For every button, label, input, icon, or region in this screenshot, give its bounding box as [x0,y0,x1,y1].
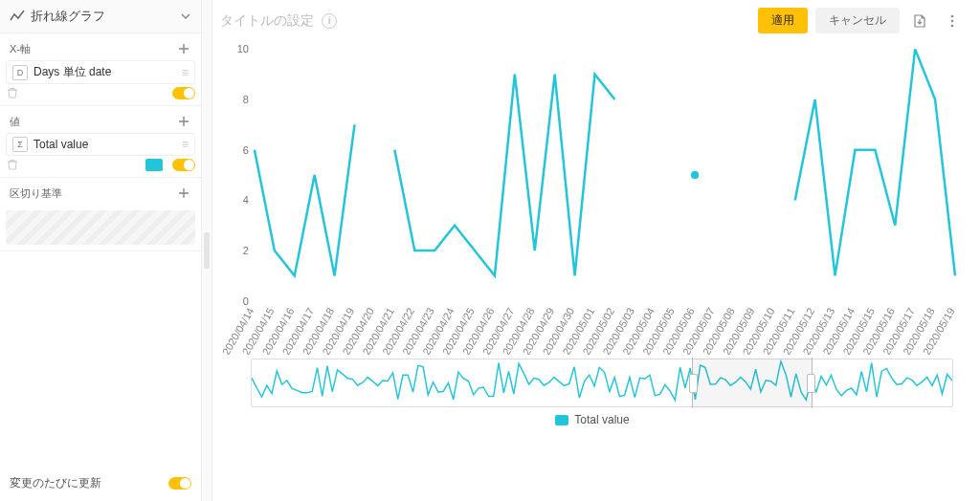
drag-handle-icon[interactable]: ≡ [182,69,189,76]
add-xaxis-button[interactable] [176,41,191,56]
split-title: 区切り基準 [10,186,62,201]
series-color-chip[interactable] [145,159,163,171]
legend-swatch-icon [555,415,568,425]
line-chart-icon [10,9,25,24]
xaxis-section: X-軸 D Days 単位 date ≡ [0,33,201,106]
scrubber-handle-left[interactable] [689,374,698,393]
value-toggle[interactable] [172,159,195,171]
main-chart[interactable]: 02468102020/04/142020/04/152020/04/16202… [220,39,965,355]
overview-chart [252,359,952,403]
svg-point-2 [951,24,954,27]
d-badge-icon: D [12,65,28,80]
svg-text:0: 0 [243,295,249,307]
more-icon[interactable] [940,9,965,33]
trash-icon[interactable] [6,86,19,99]
svg-point-1 [951,19,954,22]
svg-text:10: 10 [237,43,249,54]
xaxis-field-label: Days 単位 date [33,64,111,80]
xaxis-title: X-軸 [10,42,31,56]
svg-text:2: 2 [243,245,249,256]
split-section: 区切り基準 [0,178,201,251]
cancel-button[interactable]: キャンセル [815,8,900,33]
xaxis-toggle[interactable] [172,87,195,99]
info-icon[interactable]: i [322,13,337,29]
chart-legend[interactable]: Total value [220,413,965,426]
main-panel: タイトルの設定 i 適用 キャンセル 02468102020/04/142020… [212,0,980,501]
svg-point-10 [691,171,699,179]
sidebar-footer: 変更のたびに更新 [0,466,201,501]
svg-text:6: 6 [243,144,249,156]
overview-scrubber[interactable] [251,359,953,407]
add-value-button[interactable] [176,114,191,129]
chevron-down-icon[interactable] [180,11,191,22]
trash-icon[interactable] [6,158,19,171]
add-split-button[interactable] [176,185,191,201]
auto-update-label: 変更のたびに更新 [10,475,101,491]
value-section: 値 Σ Total value ≡ [0,106,201,178]
svg-point-0 [951,14,954,17]
value-field[interactable]: Σ Total value ≡ [6,133,195,156]
value-field-label: Total value [33,138,88,151]
chart-type-label: 折れ線グラフ [31,8,105,25]
config-sidebar: 折れ線グラフ X-軸 D Days 単位 date ≡ [0,0,202,501]
export-icon[interactable] [907,9,932,33]
scrubber-handle-right[interactable] [807,374,815,393]
chart-type-header[interactable]: 折れ線グラフ [0,0,201,33]
value-title: 値 [10,115,20,129]
svg-text:8: 8 [243,94,249,105]
chart-title-input[interactable]: タイトルの設定 [220,12,314,30]
sidebar-collapse-handle[interactable] [202,0,212,501]
sigma-badge-icon: Σ [12,137,28,152]
legend-label: Total value [574,413,629,426]
topbar: タイトルの設定 i 適用 キャンセル [220,8,965,33]
svg-text:4: 4 [243,194,249,206]
apply-button[interactable]: 適用 [758,8,808,33]
xaxis-field[interactable]: D Days 単位 date ≡ [6,60,195,84]
split-dropzone[interactable] [6,210,195,245]
drag-handle-icon[interactable]: ≡ [182,141,189,148]
auto-update-toggle[interactable] [168,477,191,490]
